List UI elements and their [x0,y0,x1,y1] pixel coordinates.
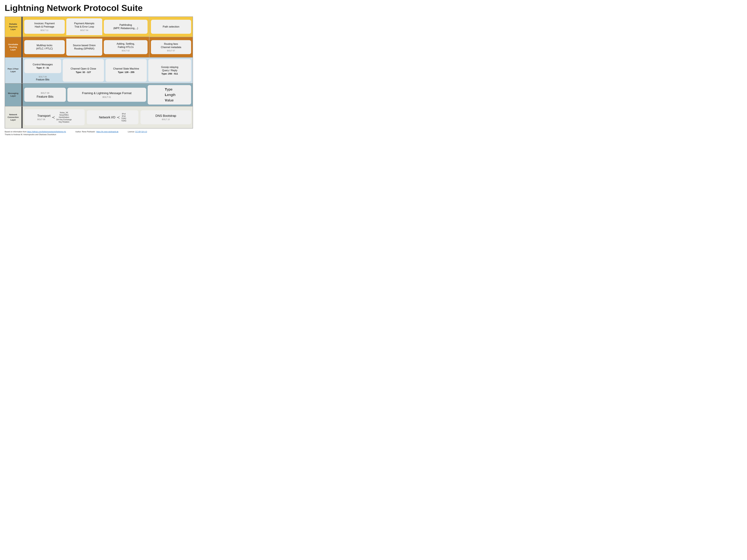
htlc-sub: BOLT 02 [122,50,130,52]
diagram: ReliablePaymentLayer UnreliableRoutingLa… [5,17,193,129]
transport-sub: BOLT 08 [37,118,45,121]
double-label: ReliablePaymentLayer UnreliableRoutingLa… [5,17,22,57]
routing-fees-zone: Routing feesChannel metadata BOLT 07 [149,37,193,57]
tlv-type: Type [165,87,176,92]
tlv-length: Length [165,92,176,98]
control-messages-card: Control Messages Type: 0 - 31 [24,59,61,73]
feature-bits-card: BOLT 09 Feature Bits [24,88,66,102]
channel-open-card: Channel Open & Close Type: 32 - 127 [63,59,104,82]
gossip-card: Gossip relayingQuery / Reply Type: 256 -… [148,59,191,82]
messaging-row: MessagingLayer BOLT 09 Feature Bits Fram… [5,83,193,107]
routing-fees-sub: BOLT 07 [167,50,175,52]
tlv-value: Value [165,98,176,103]
pathfinding-title: Pathfinding(MPP, Rebalancing,...) [113,24,138,30]
network-row: NetworkConnectionLayer Transport BOLT 08… [5,106,193,128]
right-column: Path selection Routing feesChannel metad… [149,17,193,57]
path-selection-zone: Path selection [149,17,193,37]
unreliable-layer-label: UnreliableRoutingLayer [5,37,21,57]
invoice-card: Invoices: PaymentHash & Preimage BOLT 11 [24,20,65,34]
feature-bits-p2p: Feature Bits [24,78,61,81]
path-selection-title: Path selection [163,25,179,28]
channel-state-title: Channel State Machine [113,67,139,71]
transport-item-2: Secp256k1 [56,114,72,116]
framing-card: Framing & Lightning Message Format BOLT … [68,88,146,102]
transport-arrow: ≺ [52,115,55,120]
feature-bits-title: Feature Bits [37,95,54,99]
network-io-arrow: ≺ [117,115,120,120]
onion-container: Source based OnionRouting (SPHINX) [66,38,102,56]
footer-licence: Licence: CC-BY-SA 4.0 [128,131,147,133]
framing-title: Framing & Lightning Message Format [82,91,131,95]
io-item-ipv6: IPv6 [121,115,126,117]
page-title: Lightning Network Protocol Suite [5,3,193,13]
messaging-label: MessagingLayer [5,83,22,106]
multihop-title: Multihop locks(HTLC / PTLC) [36,44,53,50]
control-messages-type: Type: 0 - 31 [36,66,49,69]
control-messages-title: Control Messages [33,63,53,66]
invoice-sub: BOLT 11 [41,29,48,31]
network-io-left: Network I/O [99,115,115,119]
network-io-items: IPv4 IPv6 TOR2 TOR3 [121,113,126,122]
tlv-content: Type Length Value [163,87,176,103]
footer-line1: Based on information from https://github… [5,131,193,133]
transport-title: Transport [37,114,50,117]
transport-items: Noise_XK Secp256k1 Handshakes DH Key Exc… [56,111,72,123]
path-selection-card: Path selection [151,20,191,34]
transport-item-3: Handshakes [56,116,72,118]
channel-open-title: Channel Open & Close [71,67,96,71]
footer-thanks: Thanks to Andreas M. Antonopoulos and Ol… [5,133,193,136]
transport-item-1: Noise_XK [56,111,72,114]
footer-author: Author: Rene Pickhardt - https://ln.rene… [75,131,119,133]
dns-sub: BOLT 10 [162,118,170,121]
bolt09-label: BOLT 09 [24,76,61,78]
network-content: Transport BOLT 08 ≺ Noise_XK Secp256k1 H… [23,106,193,128]
routing-fees-title: Routing feesChannel metadata [161,43,181,49]
double-content: Invoices: PaymentHash & Preimage BOLT 11… [23,17,149,57]
channel-state-type: Type: 128 - 255 [118,71,134,74]
dns-card: DNS Bootstrap BOLT 10 [140,110,191,124]
bolt09-area: BOLT 09 Feature Bits [24,74,61,82]
control-stack: Control Messages Type: 0 - 31 BOLT 09 Fe… [24,59,61,82]
htlc-title: Adding, Settling,Failing HTLCs [117,42,135,49]
onion-title: Source based OnionRouting (SPHINX) [73,44,96,50]
pathfinding-card: Pathfinding(MPP, Rebalancing,...) [104,20,148,34]
payment-attempts-title: Payment AttemptsTrial & Error Loop [74,22,95,28]
gossip-type: Type: 256 - 511 [161,72,178,75]
unreliable-content: Multihop locks(HTLC / PTLC) Source based… [23,37,149,57]
io-item-ipv4: IPv4 [121,113,126,115]
tlv-card: Type Length Value [148,85,191,105]
footer: Based on information from https://github… [5,131,193,136]
footer-licence-link[interactable]: CC-BY-SA 4.0 [135,131,147,133]
transport-card: Transport BOLT 08 ≺ Noise_XK Secp256k1 H… [24,109,85,125]
htlc-card: Adding, Settling,Failing HTLCs BOLT 02 [104,40,148,54]
channel-state-card: Channel State Machine Type: 128 - 255 [105,59,147,82]
network-label: NetworkConnectionLayer [5,106,22,128]
network-io-card: Network I/O ≺ IPv4 IPv6 TOR2 TOR3 [87,110,138,124]
io-item-tor2: TOR2 [121,117,126,119]
p2p-content: Control Messages Type: 0 - 31 BOLT 09 Fe… [23,58,193,83]
reliable-layer-label: ReliablePaymentLayer [5,17,21,37]
transport-item-5: Key Rotation [56,121,72,123]
io-item-tor3: TOR3 [121,120,126,122]
network-io-title: Network I/O [99,115,115,119]
multihop-card: Multihop locks(HTLC / PTLC) [24,40,65,54]
onion-card: Source based OnionRouting (SPHINX) [66,38,102,56]
invoice-title: Invoices: PaymentHash & Preimage [34,22,55,28]
payment-attempts-sub: BOLT 04 [80,29,88,31]
framing-sub: BOLT 01 [103,96,111,98]
reliable-unreliable-section: ReliablePaymentLayer UnreliableRoutingLa… [5,17,193,58]
reliable-content: Invoices: PaymentHash & Preimage BOLT 11… [23,17,149,37]
routing-fees-card: Routing feesChannel metadata BOLT 07 [151,40,191,54]
transport-left: Transport BOLT 08 [37,114,50,121]
dns-title: DNS Bootstrap [155,114,176,117]
channel-open-type: Type: 32 - 127 [76,71,91,74]
p2p-label: Peer 2 PeerLayer [5,58,22,83]
footer-info: Based on information from https://github… [5,131,66,133]
messaging-content: BOLT 09 Feature Bits Framing & Lightning… [23,83,193,106]
p2p-row: Peer 2 PeerLayer Control Messages Type: … [5,58,193,83]
footer-info-link[interactable]: https://github.com/lightningnetwork/ligh… [27,131,66,133]
payment-attempts-card: Payment AttemptsTrial & Error Loop BOLT … [66,18,102,35]
payment-attempts-container: Payment AttemptsTrial & Error Loop BOLT … [66,18,102,35]
transport-item-4: DH Key Exchange [56,118,72,121]
footer-author-link[interactable]: https://ln.rene-pickhardt.de [96,131,119,133]
